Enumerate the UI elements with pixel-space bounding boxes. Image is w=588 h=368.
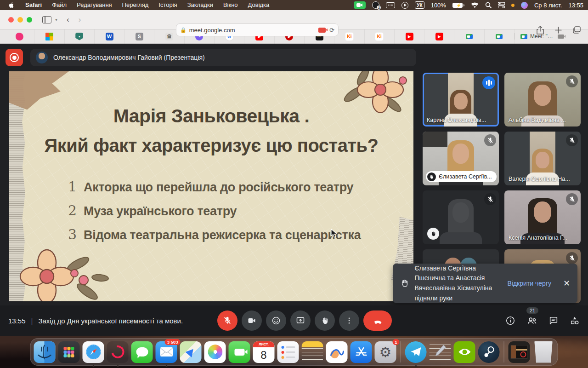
bookmark-kino-2[interactable]: Ki (365, 29, 395, 44)
close-toast-icon[interactable]: ✕ (563, 278, 570, 288)
participant-tile-karyna[interactable]: Карина Олександрів... (423, 73, 499, 126)
dock-launchpad[interactable] (58, 341, 80, 363)
camera-toggle-button[interactable] (242, 310, 262, 331)
dock-notes[interactable] (302, 341, 323, 363)
input-source-indicator[interactable]: УК (415, 1, 424, 9)
bookmark-pink[interactable] (5, 29, 34, 44)
dock-steam[interactable] (478, 341, 500, 363)
siri-icon[interactable] (521, 2, 528, 9)
bookmark-microsoft[interactable] (34, 29, 64, 44)
divider: | (31, 317, 33, 325)
dock-trash[interactable] (533, 341, 554, 363)
bookmark-youtube-2[interactable]: ▶ (395, 29, 424, 44)
menubar-time[interactable]: 13:55 (568, 2, 583, 9)
dock-opera-gx[interactable] (107, 341, 129, 363)
mouse-cursor (331, 229, 338, 238)
forward-button[interactable]: › (79, 15, 81, 24)
menubar-date[interactable]: Ср 8 лист. (534, 2, 562, 9)
apple-menu-icon[interactable] (8, 2, 15, 8)
participant-tile-dimmed[interactable] (423, 190, 499, 244)
s-icon: S (136, 33, 143, 40)
people-panel-button[interactable] (526, 316, 537, 326)
menu-safari[interactable]: Safari (20, 0, 47, 10)
safari-toolbar: ▾ ‹ › 🔒 meet.google.com ⟳ (0, 10, 588, 29)
zoom-window-button[interactable] (27, 17, 32, 23)
menu-view[interactable]: Перегляд (117, 0, 154, 10)
clock-menu-icon[interactable]: 1 (372, 1, 379, 9)
wifi-icon[interactable] (471, 1, 479, 9)
bookmark-meet-2[interactable] (485, 29, 514, 44)
close-window-button[interactable] (8, 17, 14, 23)
mic-toggle-button[interactable] (217, 310, 237, 331)
dock-freeform[interactable] (326, 341, 348, 363)
bookmark-kino-1[interactable]: Ki (334, 29, 364, 44)
dock-safari[interactable] (83, 341, 104, 363)
end-call-button[interactable] (363, 310, 392, 331)
youtube-icon: ▶ (406, 33, 413, 40)
keyboard-brightness-icon[interactable] (386, 2, 395, 8)
more-options-button[interactable] (339, 310, 359, 331)
dock-minimized-window[interactable] (509, 341, 530, 363)
bookmark-school[interactable]: ▪ (65, 29, 95, 44)
meeting-clock: 13:55 (8, 317, 26, 325)
back-button[interactable]: ‹ (67, 15, 69, 24)
dock-system-settings[interactable]: 1⚙ (375, 341, 396, 363)
raise-hand-button[interactable] (315, 310, 335, 331)
now-playing-icon[interactable] (401, 2, 408, 9)
speaking-indicator-icon (482, 76, 495, 89)
dock-photos[interactable] (204, 341, 226, 363)
open-queue-link[interactable]: Відкрити чергу (507, 280, 551, 287)
dock-reminders[interactable] (277, 341, 299, 363)
menu-help[interactable]: Довідка (243, 0, 275, 10)
new-tab-button[interactable] (555, 27, 562, 34)
dock-telegram[interactable] (405, 341, 427, 363)
photos-flower-icon (208, 345, 222, 359)
screen-recording-camera-indicator[interactable] (354, 1, 366, 9)
tab-overview-button[interactable] (573, 26, 581, 34)
address-bar[interactable]: 🔒 meet.google.com ⟳ (176, 23, 339, 36)
participant-tile-albina[interactable]: Альбіна Вадимівна ... (504, 73, 581, 126)
control-center-icon[interactable] (498, 1, 505, 9)
mic-muted-icon (566, 193, 578, 205)
dock-mail[interactable]: 3 503 (156, 341, 177, 363)
menu-file[interactable]: Файл (47, 0, 72, 10)
chat-panel-button[interactable] (548, 316, 559, 326)
menu-bookmarks[interactable]: Закладки (182, 0, 218, 10)
dock-maps[interactable] (180, 341, 202, 363)
spotlight-search-icon[interactable] (485, 1, 492, 9)
meeting-details-button[interactable] (505, 316, 515, 326)
mic-muted-icon (566, 252, 578, 264)
dock-textedit[interactable] (430, 341, 451, 363)
recording-extension-button[interactable] (6, 49, 23, 66)
dock-messages[interactable] (131, 341, 153, 363)
participant-name: Карина Олександрів... (427, 117, 486, 123)
pen-icon (433, 344, 447, 360)
participant-tile-yelyzaveta[interactable]: Єлизавета Сергіїв... (423, 132, 499, 185)
dock-nvidia[interactable] (454, 341, 475, 363)
reload-button[interactable]: ⟳ (329, 27, 334, 34)
dock-app-store[interactable] (351, 341, 372, 363)
battery-icon[interactable]: ⚡ (452, 1, 464, 9)
menu-edit[interactable]: Редагування (72, 0, 117, 10)
dock-calendar[interactable]: лист. 8 (253, 341, 275, 363)
minimize-window-button[interactable] (17, 17, 23, 23)
sidebar-chevron-icon[interactable]: ▾ (55, 17, 57, 22)
dock-finder[interactable] (34, 341, 56, 363)
reactions-button[interactable] (266, 310, 286, 331)
activities-button[interactable] (570, 316, 580, 326)
toast-message: Єлизавета Сергіївна Пшенична та Анастасі… (415, 264, 501, 304)
university-building-icon: 🏛 (165, 33, 173, 40)
menu-window[interactable]: Вікно (218, 0, 243, 10)
participant-tile-valeriia[interactable]: Валерія Сергіївна На... (504, 132, 581, 185)
dock-facetime[interactable] (229, 341, 250, 363)
participant-tile-kseniia[interactable]: Ксенія Анатоліївна Г... (504, 190, 581, 244)
bookmark-s-app[interactable]: S (124, 29, 154, 44)
menu-history[interactable]: Історія (153, 0, 182, 10)
sidebar-toggle-button[interactable] (42, 16, 51, 23)
meet-control-bar: 13:55 | Захід до Дня української писемно… (0, 305, 588, 336)
share-button[interactable] (537, 26, 544, 34)
bookmark-youtube-3[interactable]: ▶ (424, 29, 454, 44)
bookmark-word[interactable]: W (95, 29, 124, 44)
bookmark-meet-1[interactable] (454, 29, 484, 44)
present-screen-button[interactable] (290, 310, 311, 331)
